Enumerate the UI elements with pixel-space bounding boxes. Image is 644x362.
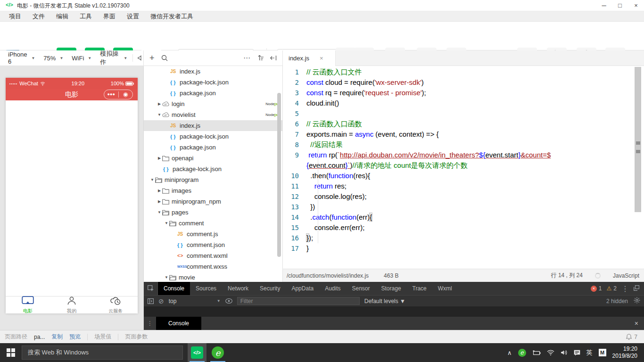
code-line[interactable]: 2const cloud = require('wx-server-sdk'): [283, 77, 644, 88]
warning-count[interactable]: ⚠2: [607, 285, 617, 292]
chevron-down-icon[interactable]: ▼: [157, 113, 162, 117]
close-button[interactable]: ×: [628, 0, 644, 11]
error-count[interactable]: ×1: [591, 285, 602, 292]
eye-icon[interactable]: [225, 298, 232, 304]
tab-index-js[interactable]: index.js ×: [283, 50, 336, 66]
line-number[interactable]: 15: [283, 222, 306, 233]
tree-item-package-lock-json[interactable]: { }package-lock.json: [144, 164, 282, 174]
sort-files-icon[interactable]: [257, 55, 264, 61]
tray-expand-icon[interactable]: ∧: [507, 349, 512, 356]
chevron-down-icon[interactable]: ▼: [149, 178, 155, 182]
line-number[interactable]: 8: [283, 140, 306, 150]
hidden-count[interactable]: 2 hidden: [606, 298, 628, 304]
minimize-button[interactable]: ─: [596, 0, 612, 11]
devtools-tab-sources[interactable]: Sources: [190, 282, 222, 295]
tree-item-comment-js[interactable]: JScomment.js: [144, 229, 282, 239]
chevron-down-icon[interactable]: ▼: [157, 210, 162, 214]
menu-item[interactable]: 工具: [74, 11, 97, 22]
line-number[interactable]: 12: [283, 191, 306, 202]
line-number[interactable]: 1: [283, 67, 306, 77]
exit-miniprogram-icon[interactable]: ◉: [119, 90, 133, 99]
line-number[interactable]: 10: [283, 171, 306, 181]
devtools-menu-icon[interactable]: ⋮: [621, 284, 629, 293]
frame-context-select[interactable]: top▼: [169, 298, 221, 304]
line-number[interactable]: 14: [283, 212, 306, 222]
line-number[interactable]: [283, 160, 306, 171]
wifi-icon[interactable]: [547, 350, 554, 355]
device-select[interactable]: iPhone 6▼: [5, 50, 38, 66]
menu-item[interactable]: 项目: [4, 11, 26, 22]
line-number[interactable]: 11: [283, 181, 306, 191]
code-line[interactable]: 10 .then(function(res){: [283, 171, 644, 181]
menu-item[interactable]: 编辑: [51, 11, 74, 22]
search-icon[interactable]: [161, 55, 168, 61]
tree-item-comment-json[interactable]: { }comment.json: [144, 239, 282, 250]
tree-item-miniprogram-npm[interactable]: ▶miniprogram_npm: [144, 196, 282, 207]
console-sidebar-icon[interactable]: [148, 298, 154, 304]
tree-item-movielist[interactable]: ▼movielistNodejs: [144, 109, 282, 120]
network-select[interactable]: WiFi▼: [68, 50, 95, 66]
taskbar-app-browser[interactable]: e: [208, 343, 227, 362]
settings-gear-icon[interactable]: [634, 297, 640, 305]
devtools-tab-sensor[interactable]: Sensor: [347, 282, 376, 295]
notifications-icon[interactable]: [574, 350, 580, 356]
menu-item[interactable]: 设置: [122, 11, 144, 22]
close-tab-icon[interactable]: ×: [320, 55, 323, 62]
clear-console-icon[interactable]: ⊘: [158, 297, 164, 305]
menu-item[interactable]: 界面: [98, 11, 121, 22]
tree-item-package-json[interactable]: { }package.json: [144, 142, 282, 153]
code-line[interactable]: 7exports.main = async (event, context) =…: [283, 129, 644, 140]
code-line[interactable]: 1// 云函数入口文件: [283, 67, 644, 77]
phone-tab-cloud-service[interactable]: 云服务: [94, 296, 138, 313]
phone-tab-me[interactable]: 我的: [50, 296, 93, 313]
code-line[interactable]: 13 }): [283, 202, 644, 212]
chevron-right-icon[interactable]: ▶: [157, 156, 162, 160]
language-mode[interactable]: JavaScript: [613, 272, 639, 279]
devtools-tab-network[interactable]: Network: [222, 282, 254, 295]
tree-scrollbar[interactable]: [277, 93, 281, 257]
chevron-right-icon[interactable]: ▶: [157, 102, 162, 106]
more-icon[interactable]: ⋯: [243, 54, 250, 62]
log-levels-select[interactable]: Default levels ▼: [364, 298, 405, 304]
tree-item-package-json[interactable]: { }package.json: [144, 88, 282, 99]
code-line[interactable]: 14 .catch(function(err){: [283, 212, 644, 222]
bell-icon[interactable]: [626, 334, 632, 340]
volume-icon[interactable]: [561, 350, 568, 355]
line-number[interactable]: 6: [283, 119, 306, 129]
tree-item-index-js[interactable]: JSindex.js: [144, 120, 282, 131]
devtools-tab-storage[interactable]: Storage: [376, 282, 407, 295]
chevron-down-icon[interactable]: ▼: [164, 221, 169, 225]
scale-select[interactable]: 75%▼: [40, 50, 66, 66]
devtools-tab-security[interactable]: Security: [254, 282, 286, 295]
tree-item-miniprogram[interactable]: ▼miniprogram: [144, 174, 282, 185]
chevron-down-icon[interactable]: ▼: [164, 275, 169, 280]
tree-item-package-lock-json[interactable]: { }package-lock.json: [144, 77, 282, 88]
code-line[interactable]: 3const rq = require('request - promise')…: [283, 88, 644, 98]
line-number[interactable]: 2: [283, 77, 306, 88]
devtools-tab-trace[interactable]: Trace: [407, 282, 432, 295]
devtools-tab-appdata[interactable]: AppData: [286, 282, 319, 295]
code-line[interactable]: 15 console.err(err);: [283, 222, 644, 233]
panel-menu-icon[interactable]: ⋮: [144, 320, 156, 327]
line-number[interactable]: 7: [283, 129, 306, 140]
notification-count[interactable]: 7: [634, 334, 637, 340]
taskbar-app-devtools[interactable]: </>: [188, 343, 206, 362]
tree-item-pages[interactable]: ▼pages: [144, 207, 282, 218]
ime-mode-badge[interactable]: M: [599, 349, 606, 356]
code-line[interactable]: 11 return res;: [283, 181, 644, 191]
sim-actions-select[interactable]: 模拟操作▼: [97, 50, 131, 66]
status-item-link[interactable]: 预览: [69, 333, 81, 341]
code-line[interactable]: 17}: [283, 243, 644, 254]
line-number[interactable]: 16: [283, 233, 306, 243]
line-number[interactable]: 5: [283, 108, 306, 119]
tree-item-comment-wxss[interactable]: WXSScomment.wxss: [144, 261, 282, 272]
tree-item-images[interactable]: ▶images: [144, 185, 282, 196]
taskbar-search[interactable]: 搜索 Web 和 Windows: [22, 346, 183, 360]
tree-item-comment[interactable]: ▼comment: [144, 218, 282, 229]
editor-scrollbar[interactable]: [635, 67, 641, 212]
line-number[interactable]: 17: [283, 243, 306, 254]
devtools-tab-wxml[interactable]: Wxml: [432, 282, 458, 295]
line-number[interactable]: 4: [283, 98, 306, 108]
taskbar-clock[interactable]: 19:20 2019/8/20: [612, 346, 640, 360]
code-line[interactable]: 9 return rp(`http://api.douban.com/v2/mo…: [283, 150, 644, 160]
